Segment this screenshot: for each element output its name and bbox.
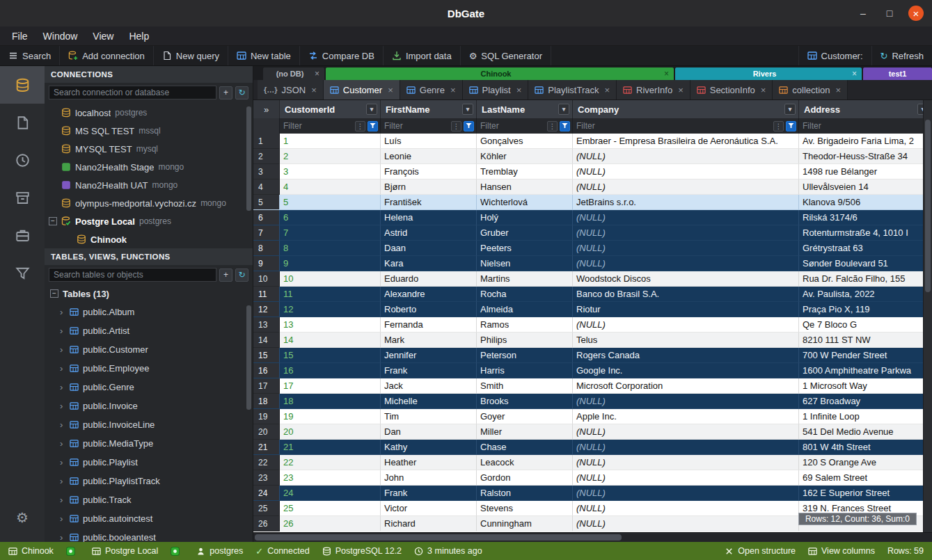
horizontal-scrollbar[interactable] (253, 532, 932, 542)
grid-cell[interactable]: 1 Infinite Loop (799, 409, 932, 424)
grid-cell[interactable]: 19 (280, 409, 381, 424)
grid-cell[interactable]: Av. Paulista, 2022 (799, 287, 932, 302)
grid-cell[interactable]: Ullevålsveien 14 (799, 179, 932, 195)
filter-menu-button[interactable]: ⋮ (451, 121, 461, 131)
rail-button[interactable]: ⚙ (0, 499, 45, 536)
close-icon[interactable]: × (836, 85, 842, 95)
grid-cell[interactable]: Jack (381, 378, 477, 394)
filter-input[interactable] (575, 120, 771, 131)
rail-button[interactable] (0, 179, 45, 216)
filter-menu-button[interactable]: ⋮ (355, 121, 365, 131)
toolbar-button[interactable]: Search (0, 46, 60, 65)
grid-cell[interactable]: (NULL) (573, 516, 799, 531)
table-row[interactable]: 6 6 Helena Holý (NULL) Rilská 3174/6 (253, 210, 932, 225)
grid-cell[interactable]: 17 (280, 378, 381, 394)
grid-cell[interactable]: Theodor-Heuss-Straße 34 (799, 149, 932, 164)
connection-item[interactable]: − olympus-medportal.vychozi.cz mongo (45, 194, 253, 212)
grid-cell[interactable]: 1 Microsoft Way (799, 378, 932, 394)
tables-group-row[interactable]: − Tables (13) (45, 285, 253, 303)
grid-cell[interactable]: Roberto (381, 302, 477, 317)
grid-cell[interactable]: Goyer (477, 409, 573, 424)
grid-cell[interactable]: Gordon (477, 470, 573, 486)
grid-cell[interactable]: 9 (280, 256, 381, 271)
grid-cell[interactable]: Mark (381, 333, 477, 348)
menu-item[interactable]: Help (121, 26, 157, 45)
grid-cell[interactable]: 25 (280, 501, 381, 516)
grid-cell[interactable]: Alexandre (381, 287, 477, 302)
grid-cell[interactable]: 120 S Orange Ave (799, 455, 932, 470)
column-header[interactable]: Company ▾ (573, 100, 799, 118)
grid-cell[interactable]: Woodstock Discos (573, 271, 799, 287)
table-list-item[interactable]: › public.booleantest (45, 528, 253, 542)
toolbar-button[interactable]: New query (154, 46, 228, 65)
grid-cell[interactable]: (NULL) (573, 486, 799, 501)
grid-cell[interactable]: 1 (280, 134, 381, 149)
tab[interactable]: {…} JSON × (258, 80, 324, 99)
table-row[interactable]: 5 5 František Wichterlová JetBrains s.r.… (253, 195, 932, 210)
grid-cell[interactable]: (NULL) (573, 164, 799, 179)
grid-cell[interactable]: François (381, 164, 477, 179)
menu-item[interactable]: View (85, 26, 121, 45)
filter-input[interactable] (282, 120, 353, 131)
row-number[interactable]: 11 (253, 287, 280, 302)
row-number[interactable]: 14 (253, 333, 280, 348)
filter-input[interactable] (479, 120, 545, 131)
grid-cell[interactable]: 627 Broadway (799, 394, 932, 409)
table-list-item[interactable]: › public.Track (45, 490, 253, 509)
tab-group[interactable]: test1 × (863, 67, 932, 80)
grid-cell[interactable]: Jennifer (381, 348, 477, 363)
close-icon[interactable]: × (664, 70, 669, 78)
close-icon[interactable]: × (678, 85, 684, 95)
grid-cell[interactable]: (NULL) (573, 317, 799, 333)
close-icon[interactable]: × (311, 85, 317, 95)
tab[interactable]: Genre × (400, 80, 463, 99)
grid-cell[interactable]: Dan (381, 424, 477, 440)
grid-cell[interactable]: Microsoft Corporation (573, 378, 799, 394)
grid-cell[interactable]: 162 E Superior Street (799, 486, 932, 501)
grid-cell[interactable]: 7 (280, 225, 381, 241)
grid-cell[interactable]: 13 (280, 317, 381, 333)
vertical-scrollbar[interactable] (923, 100, 932, 532)
table-row[interactable]: 19 19 Tim Goyer Apple Inc. 1 Infinite Lo… (253, 409, 932, 424)
grid-cell[interactable]: Bjørn (381, 179, 477, 195)
grid-cell[interactable]: Frank (381, 486, 477, 501)
grid-cell[interactable]: (NULL) (573, 440, 799, 455)
chevron-right-icon[interactable]: › (60, 344, 65, 355)
connection-item[interactable]: − localhost postgres (45, 104, 253, 122)
grid-cell[interactable]: Peterson (477, 348, 573, 363)
rail-button[interactable] (0, 141, 45, 179)
filter-funnel-button[interactable] (560, 121, 570, 131)
grid-cell[interactable]: Rua Dr. Falcão Filho, 155 (799, 271, 932, 287)
table-row[interactable]: 16 16 Frank Harris Google Inc. 1600 Amph… (253, 363, 932, 378)
grid-cell[interactable]: 12 (280, 302, 381, 317)
tab[interactable]: collection × (773, 80, 848, 99)
grid-cell[interactable]: 541 Del Medio Avenue (799, 424, 932, 440)
grid-cell[interactable]: 26 (280, 516, 381, 531)
grid-cell[interactable]: 8210 111 ST NW (799, 333, 932, 348)
grid-cell[interactable]: Praça Pio X, 119 (799, 302, 932, 317)
row-number[interactable]: 2 (253, 149, 280, 164)
grid-cell[interactable]: 20 (280, 424, 381, 440)
toolbar-button[interactable]: Import data (384, 46, 461, 65)
grid-cell[interactable]: (NULL) (573, 455, 799, 470)
grid-cell[interactable]: Grétrystraat 63 (799, 241, 932, 256)
connection-item[interactable]: − Nano2Health UAT mongo (45, 176, 253, 194)
table-row[interactable]: 1 1 Luís Gonçalves Embraer - Empresa Bra… (253, 134, 932, 149)
grid-cell[interactable]: Leonie (381, 149, 477, 164)
tab-group[interactable]: Rivers × (675, 67, 862, 80)
grid-cell[interactable]: Helena (381, 210, 477, 225)
column-header[interactable]: FirstName ▾ (381, 100, 477, 118)
chevron-right-icon[interactable]: › (60, 363, 65, 374)
close-icon[interactable]: × (761, 85, 766, 95)
table-list-item[interactable]: › public.Album (45, 303, 253, 321)
connection-item[interactable]: − Chinook (45, 230, 253, 248)
refresh-connections-button[interactable]: ↻ (235, 86, 248, 99)
table-list-item[interactable]: › public.Customer (45, 340, 253, 359)
chevron-right-icon[interactable]: › (60, 457, 65, 467)
row-number[interactable]: 7 (253, 225, 280, 241)
grid-cell[interactable]: Apple Inc. (573, 409, 799, 424)
grid-cell[interactable]: Kathy (381, 440, 477, 455)
grid-cell[interactable]: JetBrains s.r.o. (573, 195, 799, 210)
grid-cell[interactable]: Cunningham (477, 516, 573, 531)
row-number[interactable]: 8 (253, 241, 280, 256)
